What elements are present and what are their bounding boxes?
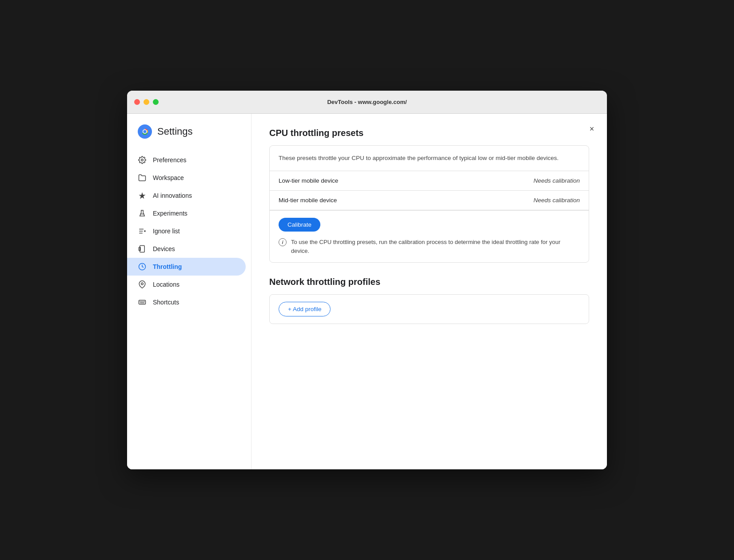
sparkle-icon [138, 191, 147, 200]
ignore-icon [138, 227, 147, 236]
sidebar-item-throttling[interactable]: Throttling [127, 258, 246, 276]
sidebar-item-shortcuts[interactable]: Shortcuts [127, 293, 246, 311]
mid-tier-row: Mid-tier mobile device Needs calibration [270, 191, 589, 210]
window-controls [134, 99, 159, 105]
cpu-card-description: These presets throttle your CPU to appro… [270, 146, 589, 171]
sidebar-item-ignore-label: Ignore list [153, 228, 180, 235]
window-minimize-btn[interactable] [144, 99, 149, 105]
cpu-section-title: CPU throttling presets [269, 128, 589, 138]
sidebar-item-devices-label: Devices [153, 245, 175, 252]
sidebar-item-experiments[interactable]: Experiments [127, 204, 246, 222]
low-tier-status: Needs calibration [534, 177, 580, 184]
folder-icon [138, 173, 147, 182]
calibrate-info: i To use the CPU throttling presets, run… [279, 238, 580, 255]
devtools-window: DevTools - www.google.com/ [127, 91, 607, 469]
mid-tier-label: Mid-tier mobile device [279, 197, 337, 204]
network-section-title: Network throttling profiles [269, 277, 589, 287]
add-profile-button[interactable]: + Add profile [279, 302, 331, 316]
sidebar-item-ai-innovations[interactable]: AI innovations [127, 187, 246, 204]
titlebar: DevTools - www.google.com/ [127, 91, 607, 114]
sidebar-item-preferences[interactable]: Preferences [127, 151, 246, 169]
sidebar-item-preferences-label: Preferences [153, 156, 186, 164]
svg-point-5 [141, 159, 144, 161]
sidebar-header: Settings [127, 124, 251, 151]
calibrate-button[interactable]: Calibrate [279, 218, 320, 232]
sidebar-item-workspace-label: Workspace [153, 174, 184, 181]
sidebar-item-ignore-list[interactable]: Ignore list [127, 222, 246, 240]
cpu-throttling-card: These presets throttle your CPU to appro… [269, 145, 589, 263]
low-tier-row: Low-tier mobile device Needs calibration [270, 171, 589, 191]
calibrate-section: Calibrate i To use the CPU throttling pr… [270, 210, 589, 262]
close-button[interactable]: × [586, 123, 598, 135]
devices-icon [138, 244, 147, 253]
gear-icon [138, 156, 147, 164]
sidebar-item-devices[interactable]: Devices [127, 240, 246, 258]
network-throttling-card: + Add profile [269, 294, 589, 324]
keyboard-icon [138, 298, 147, 307]
sidebar-item-workspace[interactable]: Workspace [127, 169, 246, 187]
sidebar-item-locations[interactable]: Locations [127, 276, 246, 293]
content-area: Settings Preferences Workspa [127, 114, 607, 469]
main-content: × CPU throttling presets These presets t… [251, 114, 607, 469]
low-tier-label: Low-tier mobile device [279, 177, 338, 184]
throttling-icon [138, 262, 147, 271]
sidebar-item-experiments-label: Experiments [153, 210, 187, 217]
sidebar-title: Settings [157, 126, 193, 137]
flask-icon [138, 209, 147, 218]
svg-point-15 [141, 283, 144, 285]
sidebar-item-locations-label: Locations [153, 281, 180, 288]
pin-icon [138, 280, 147, 289]
sidebar-item-ai-label: AI innovations [153, 192, 192, 199]
chrome-icon [138, 124, 152, 139]
sidebar-item-shortcuts-label: Shortcuts [153, 299, 179, 306]
calibrate-info-text: To use the CPU throttling presets, run t… [291, 238, 580, 255]
sidebar: Settings Preferences Workspa [127, 114, 251, 469]
mid-tier-status: Needs calibration [534, 197, 580, 204]
window-maximize-btn[interactable] [153, 99, 159, 105]
svg-point-4 [144, 130, 147, 133]
window-close-btn[interactable] [134, 99, 140, 105]
svg-rect-16 [139, 300, 146, 304]
info-icon: i [279, 238, 287, 246]
titlebar-title: DevTools - www.google.com/ [327, 99, 407, 105]
sidebar-item-throttling-label: Throttling [153, 263, 182, 270]
